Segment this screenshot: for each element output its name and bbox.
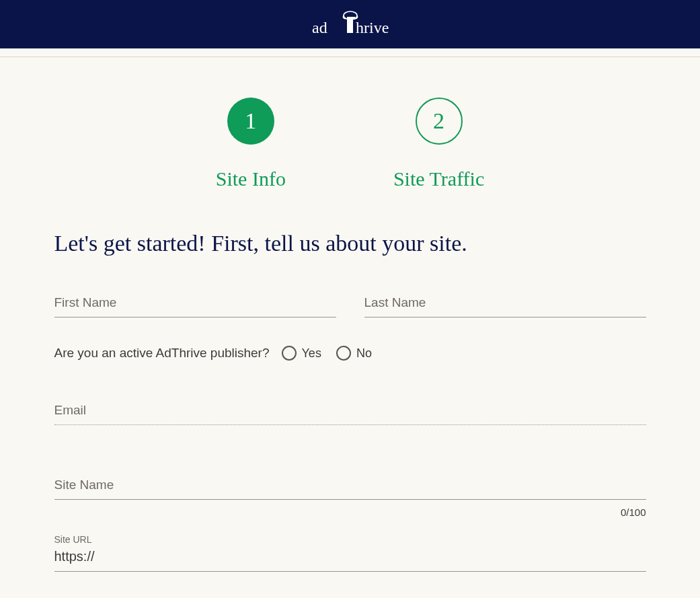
adthrive-logo-icon: ad hrive — [300, 9, 401, 40]
site-name-input[interactable] — [54, 472, 646, 500]
publisher-question-label: Are you an active AdThrive publisher? — [54, 346, 270, 361]
radio-yes-circle — [282, 346, 297, 361]
radio-yes-label: Yes — [302, 346, 321, 361]
email-row — [54, 398, 646, 425]
step-1-circle: 1 — [227, 98, 274, 145]
site-name-counter: 0/100 — [54, 507, 646, 518]
svg-text:ad: ad — [312, 19, 327, 36]
svg-text:hrive: hrive — [356, 19, 389, 36]
last-name-field — [364, 290, 646, 317]
brand-logo: ad hrive — [300, 9, 401, 40]
publisher-radio-group: Yes No — [282, 346, 372, 361]
radio-no[interactable]: No — [336, 346, 372, 361]
radio-no-label: No — [356, 346, 372, 361]
email-input[interactable] — [54, 398, 646, 425]
site-name-row — [54, 472, 646, 500]
step-indicator: 1 Site Info 2 Site Traffic — [54, 57, 646, 231]
first-name-field — [54, 290, 336, 317]
main-content: 1 Site Info 2 Site Traffic Let's get sta… — [28, 57, 673, 598]
site-url-row: Site URL — [54, 534, 646, 572]
svg-rect-4 — [347, 17, 355, 20]
name-row — [54, 290, 646, 317]
first-name-input[interactable] — [54, 290, 336, 317]
app-header: ad hrive — [0, 0, 700, 48]
step-1-label: Site Info — [216, 167, 286, 190]
step-1-number: 1 — [245, 108, 256, 134]
radio-no-circle — [336, 346, 351, 361]
radio-yes[interactable]: Yes — [282, 346, 321, 361]
publisher-question-row: Are you an active AdThrive publisher? Ye… — [54, 346, 646, 361]
step-2-label: Site Traffic — [393, 167, 484, 190]
site-url-input[interactable] — [54, 548, 646, 572]
step-2-number: 2 — [433, 108, 444, 134]
step-2: 2 Site Traffic — [393, 98, 484, 190]
step-2-circle: 2 — [416, 98, 463, 145]
site-url-label: Site URL — [54, 534, 646, 545]
last-name-input[interactable] — [364, 290, 646, 317]
step-1: 1 Site Info — [216, 98, 286, 190]
page-heading: Let's get started! First, tell us about … — [54, 231, 646, 256]
